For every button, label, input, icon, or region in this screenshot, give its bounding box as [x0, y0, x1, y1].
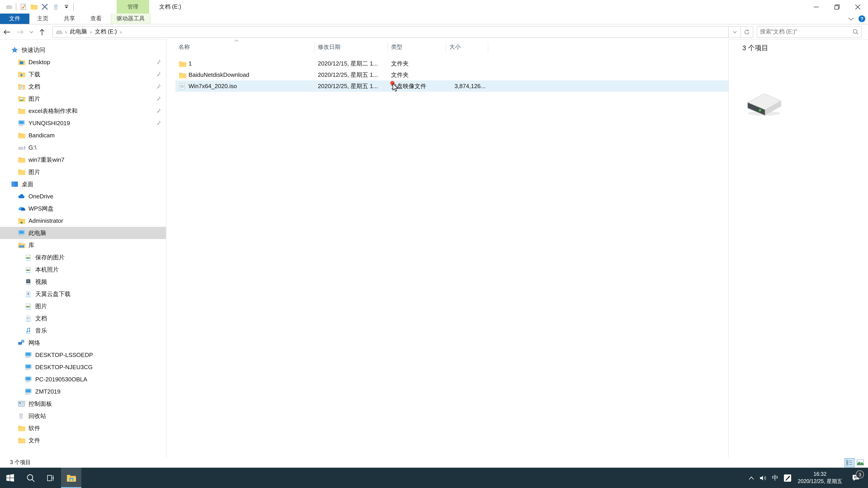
sidebar-item[interactable]: 桌面	[0, 178, 166, 190]
breadcrumb-chevron-icon: ›	[65, 29, 67, 35]
ribbon-tab-1[interactable]: 共享	[56, 13, 83, 24]
file-row[interactable]: Win7x64_2020.iso2020/12/25, 星期五 1...光盘映像…	[176, 80, 728, 92]
file-row[interactable]: 12020/12/15, 星期二 1...文件夹	[176, 58, 728, 69]
recent-locations-chevron-icon[interactable]	[27, 26, 35, 38]
up-button[interactable]	[35, 26, 49, 38]
sidebar-item-label: Administrator	[29, 217, 63, 224]
help-icon[interactable]: ?	[859, 15, 865, 22]
sidebar-item[interactable]: 图片	[0, 300, 166, 312]
sidebar-item[interactable]: 图片	[0, 166, 166, 178]
drive-icon[interactable]	[4, 1, 14, 12]
sidebar-item[interactable]: 网络	[0, 337, 166, 349]
sidebar-item[interactable]: excel表格制作求和	[0, 105, 166, 117]
details-view-button[interactable]	[844, 458, 855, 467]
search-input[interactable]: 搜索"文档 (E:)"	[757, 26, 862, 38]
sidebar-item[interactable]: Administrator	[0, 215, 166, 227]
sidebar-item[interactable]: Desktop	[0, 56, 166, 68]
recycle-bin-icon	[18, 412, 25, 420]
sidebar-item[interactable]: win7重装win7	[0, 154, 166, 166]
sidebar-item[interactable]: 文档	[0, 80, 166, 93]
column-header-3[interactable]: 大小	[446, 42, 488, 53]
breadcrumb-item[interactable]: 此电脑	[67, 28, 90, 36]
delete-icon[interactable]	[39, 1, 50, 12]
start-button[interactable]	[0, 468, 20, 488]
qat-dropdown-icon[interactable]	[61, 1, 72, 12]
restore-button[interactable]	[827, 0, 847, 13]
hidden-icons-chevron-icon[interactable]	[745, 476, 757, 480]
sidebar-item[interactable]: 本机照片	[0, 263, 166, 275]
sidebar-item[interactable]: 控制面板	[0, 398, 166, 410]
sidebar-item[interactable]: 下载	[0, 68, 166, 80]
folder-icon	[18, 424, 25, 432]
sidebar-item[interactable]: WPS网盘	[0, 202, 166, 215]
address-breadcrumb[interactable]: ›此电脑›文档 (E:)›	[53, 26, 729, 38]
task-view-icon[interactable]	[41, 468, 61, 488]
sidebar-item[interactable]: 保存的图片	[0, 251, 166, 263]
refresh-button[interactable]	[741, 26, 753, 38]
action-center-icon[interactable]: 3	[847, 474, 865, 482]
file-list: 名称修改日期类型大小 12020/12/15, 星期二 1...文件夹Baidu…	[166, 39, 728, 468]
ribbon-tab-0[interactable]: 主页	[29, 13, 56, 24]
speaker-icon[interactable]	[757, 475, 769, 481]
ime-indicator[interactable]: 中	[769, 474, 781, 482]
back-button[interactable]	[0, 26, 13, 38]
ribbon-collapse-chevron-icon[interactable]	[848, 17, 854, 21]
library-icon	[18, 241, 25, 249]
sidebar-item[interactable]: 文件	[0, 434, 166, 447]
column-header-0[interactable]: 名称	[176, 42, 315, 53]
preview-pane: 3 个项目	[728, 39, 868, 468]
sidebar-item[interactable]: 快速访问	[0, 44, 166, 56]
close-button[interactable]	[847, 0, 868, 13]
file-explorer-taskbar-button[interactable]	[61, 468, 81, 488]
folder-desktop-icon	[18, 58, 25, 66]
file-explorer-window: 管理 文档 (E:) 文件 主页共享查看 驱动器工具 ? ›此电脑›文档 (E:…	[0, 0, 868, 488]
sidebar-item[interactable]: DESKTOP-LSSOEDP	[0, 349, 166, 361]
library-music-icon	[24, 327, 32, 334]
clock-time: 16:32	[798, 471, 842, 478]
sidebar-item[interactable]: 视频	[0, 275, 166, 288]
pin-icon	[155, 107, 161, 114]
pen-tray-icon[interactable]	[781, 474, 793, 482]
file-row[interactable]: BaiduNetdiskDownload2020/12/25, 星期五 1...…	[176, 69, 728, 80]
sidebar-item[interactable]: YUNQISHI2019	[0, 117, 166, 129]
sidebar-item-label: Desktop	[29, 59, 50, 66]
new-folder-icon[interactable]	[29, 1, 39, 12]
forward-button[interactable]	[13, 26, 27, 38]
ribbon-tab-file[interactable]: 文件	[0, 13, 29, 24]
sidebar-item-label: DESKTOP-LSSOEDP	[35, 352, 93, 358]
taskbar-clock[interactable]: 16:32 2020/12/25, 星期五	[793, 471, 847, 485]
breadcrumb-item[interactable]: 文档 (E:)	[92, 28, 120, 36]
sidebar-item[interactable]: 软件	[0, 422, 166, 434]
taskbar-search-icon[interactable]	[20, 468, 41, 488]
computer-icon	[24, 351, 32, 359]
column-header-1[interactable]: 修改日期	[315, 42, 388, 53]
sidebar-item[interactable]: 天翼云盘下载	[0, 288, 166, 300]
address-dropdown-chevron-icon[interactable]	[729, 26, 741, 38]
sidebar-item[interactable]: Bandicam	[0, 129, 166, 141]
folder-pictures-icon	[18, 95, 25, 103]
navigation-pane: 快速访问Desktop下载文档图片excel表格制作求和YUNQISHI2019…	[0, 39, 166, 468]
properties-icon[interactable]	[18, 1, 29, 12]
sidebar-item[interactable]: 音乐	[0, 324, 166, 337]
titlebar: 管理 文档 (E:)	[0, 0, 868, 13]
sidebar-item[interactable]: ZMT2019	[0, 385, 166, 398]
sidebar-item-label: 保存的图片	[35, 253, 65, 261]
ribbon-tab-2[interactable]: 查看	[83, 13, 110, 24]
sidebar-item[interactable]: 回收站	[0, 410, 166, 422]
sidebar-item[interactable]: PC-20190530OBLA	[0, 373, 166, 385]
ribbon-tabs: 文件 主页共享查看 驱动器工具 ?	[0, 13, 868, 24]
sidebar-item[interactable]: OneDrive	[0, 190, 166, 202]
sidebar-item[interactable]: 库	[0, 239, 166, 251]
computer-icon	[18, 229, 25, 237]
sidebar-item[interactable]: 此电脑	[0, 227, 166, 239]
sidebar-item[interactable]: 文档	[0, 312, 166, 324]
folder-icon	[18, 131, 25, 139]
large-icons-view-button[interactable]	[855, 458, 865, 467]
ribbon-tab-drive-tools[interactable]: 驱动器工具	[111, 13, 151, 24]
column-header-2[interactable]: 类型	[388, 42, 446, 53]
minimize-button[interactable]	[806, 0, 827, 13]
sidebar-item[interactable]: DESKTOP-NJEU3CG	[0, 361, 166, 373]
sidebar-item[interactable]: ?G:\	[0, 141, 166, 154]
recycle-bin-icon[interactable]	[50, 1, 61, 12]
sidebar-item[interactable]: 图片	[0, 93, 166, 105]
